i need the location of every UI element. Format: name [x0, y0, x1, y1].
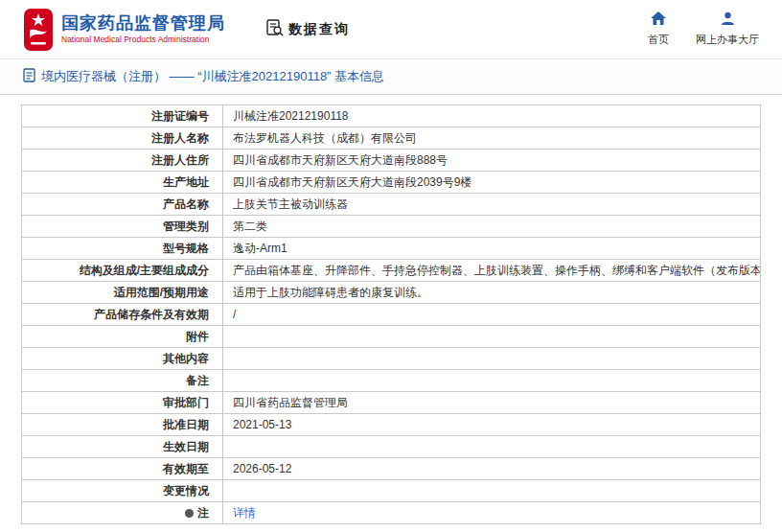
- row-value: /: [223, 304, 761, 326]
- row-label: 管理类别: [22, 216, 223, 238]
- info-table-body: 注册证编号川械注准20212190118注册人名称布法罗机器人科技（成都）有限公…: [22, 105, 761, 524]
- document-search-icon: [265, 18, 284, 40]
- row-value: [223, 370, 761, 392]
- top-nav: 首页 网上办事大厅: [648, 12, 759, 47]
- table-row: 附件: [22, 326, 761, 348]
- row-value: 四川省药品监督管理局: [223, 392, 761, 414]
- row-label: 注册证编号: [22, 105, 223, 127]
- row-value: 2021-05-13: [223, 414, 761, 436]
- table-row: 产品储存条件及有效期/: [22, 304, 761, 326]
- row-label: 备注: [22, 370, 223, 392]
- row-label: 附件: [22, 326, 223, 348]
- nav-home-label: 首页: [648, 33, 669, 47]
- table-row: 注详情: [22, 502, 761, 524]
- table-row: 注册证编号川械注准20212190118: [22, 105, 761, 127]
- data-query-label: 数据查询: [288, 21, 350, 38]
- row-label: 有效期至: [22, 458, 223, 480]
- table-row: 适用范围/预期用途适用于上肢功能障碍患者的康复训练。: [22, 282, 761, 304]
- page-title: 境内医疗器械（注册） —— “川械注准20212190118” 基本信息: [41, 68, 384, 85]
- table-row: 注册人名称布法罗机器人科技（成都）有限公司: [22, 127, 761, 150]
- table-row: 型号规格逸动-Arm1: [22, 238, 761, 260]
- info-table: 注册证编号川械注准20212190118注册人名称布法罗机器人科技（成都）有限公…: [21, 104, 761, 524]
- table-row: 生产地址四川省成都市天府新区天府大道南段2039号9楼: [22, 172, 761, 194]
- table-row: 审批部门四川省药品监督管理局: [22, 392, 761, 414]
- row-label: 结构及组成/主要组成成分: [22, 260, 223, 282]
- row-label: 批准日期: [22, 414, 223, 436]
- row-label: 适用范围/预期用途: [22, 282, 223, 304]
- row-label: 注册人名称: [22, 127, 223, 150]
- details-link[interactable]: 详情: [233, 506, 256, 520]
- table-row: 生效日期: [22, 436, 761, 458]
- table-row: 备注: [22, 370, 761, 392]
- row-label: 生效日期: [22, 436, 223, 458]
- agency-brand[interactable]: 国家药品监督管理局 National Medical Products Admi…: [23, 8, 225, 52]
- row-value: 四川省成都市天府新区天府大道南段2039号9楼: [223, 172, 761, 194]
- table-row: 管理类别第二类: [22, 216, 761, 238]
- row-value: 四川省成都市天府新区天府大道南段888号: [223, 150, 761, 172]
- breadcrumb: 境内医疗器械（注册） —— “川械注准20212190118” 基本信息: [0, 59, 782, 95]
- row-value: 详情: [223, 502, 761, 524]
- row-label: 产品储存条件及有效期: [22, 304, 223, 326]
- row-label: 审批部门: [22, 392, 223, 414]
- nmpa-emblem-logo: [23, 8, 54, 52]
- row-value: 逸动-Arm1: [223, 238, 761, 260]
- home-icon: [651, 12, 666, 30]
- table-row: 结构及组成/主要组成成分产品由箱体基座、升降部件、手持急停控制器、上肢训练装置、…: [22, 260, 761, 282]
- row-label: 生产地址: [22, 172, 223, 194]
- info-table-wrap: 注册证编号川械注准20212190118注册人名称布法罗机器人科技（成都）有限公…: [0, 95, 782, 524]
- row-label: 注: [22, 502, 223, 524]
- table-row: 批准日期2021-05-13: [22, 414, 761, 436]
- row-value: 第二类: [223, 216, 761, 238]
- nav-service-hall-label: 网上办事大厅: [696, 33, 759, 47]
- person-icon: [721, 12, 735, 30]
- row-value: 产品由箱体基座、升降部件、手持急停控制器、上肢训练装置、操作手柄、绑缚和客户端软…: [223, 260, 761, 282]
- table-row: 其他内容: [22, 348, 761, 370]
- document-icon: [23, 68, 35, 86]
- data-query-tab[interactable]: 数据查询: [265, 18, 350, 40]
- nav-home[interactable]: 首页: [648, 12, 669, 47]
- site-header: 国家药品监督管理局 National Medical Products Admi…: [0, 0, 782, 59]
- table-row: 注册人住所四川省成都市天府新区天府大道南段888号: [22, 150, 761, 172]
- row-value: [223, 348, 761, 370]
- table-row: 产品名称上肢关节主被动训练器: [22, 194, 761, 216]
- row-value: 上肢关节主被动训练器: [223, 194, 761, 216]
- row-value: 布法罗机器人科技（成都）有限公司: [223, 127, 761, 150]
- note-icon: [185, 509, 194, 518]
- row-label: 变更情况: [22, 480, 223, 502]
- brand-text: 国家药品监督管理局 National Medical Products Admi…: [61, 13, 225, 44]
- row-value: [223, 480, 761, 502]
- row-label: 其他内容: [22, 348, 223, 370]
- table-row: 变更情况: [22, 480, 761, 502]
- agency-title: 国家药品监督管理局: [61, 13, 225, 34]
- row-label: 产品名称: [22, 194, 223, 216]
- row-value: 适用于上肢功能障碍患者的康复训练。: [223, 282, 761, 304]
- table-row: 有效期至2026-05-12: [22, 458, 761, 480]
- row-label: 型号规格: [22, 238, 223, 260]
- row-value: 川械注准20212190118: [223, 105, 761, 127]
- nav-service-hall[interactable]: 网上办事大厅: [696, 12, 759, 47]
- agency-subtitle: National Medical Products Administration: [61, 35, 225, 45]
- row-value: 2026-05-12: [223, 458, 761, 480]
- row-value: [223, 436, 761, 458]
- row-label: 注册人住所: [22, 150, 223, 172]
- row-value: [223, 326, 761, 348]
